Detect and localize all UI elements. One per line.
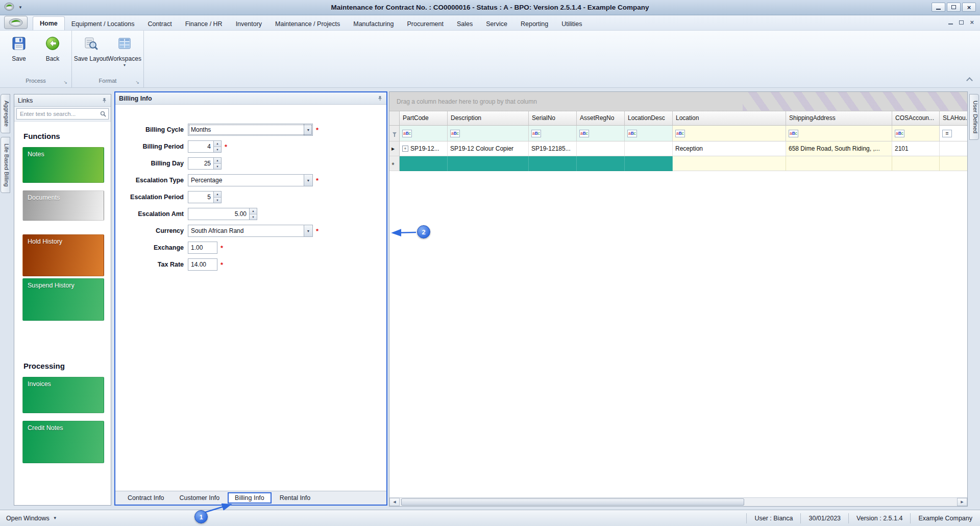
scrollbar-thumb[interactable] [401, 498, 744, 506]
notes-button[interactable]: Notes [22, 147, 104, 183]
currency-dropdown[interactable]: South African Rand▼ [188, 225, 313, 237]
ribbon-tab-manufacturing[interactable]: Manufacturing [347, 18, 400, 30]
ribbon-restore-button[interactable] [959, 20, 964, 25]
cell-location[interactable]: Reception [673, 141, 786, 156]
save-button[interactable]: Save [4, 33, 34, 78]
save-layout-button[interactable]: Save Layout [76, 33, 106, 78]
column-header-partcode[interactable]: PartCode [400, 111, 448, 126]
ribbon-tab-utilities[interactable]: Utilities [555, 18, 589, 30]
restore-button[interactable] [947, 3, 961, 12]
close-button[interactable]: × [962, 3, 976, 12]
column-header-locationdesc[interactable]: LocationDesc [625, 111, 673, 126]
billing-cycle-dropdown[interactable]: Months▼ [188, 124, 313, 136]
spin-buttons[interactable]: ▲▼ [249, 208, 257, 220]
scroll-left-icon[interactable]: ◀ [389, 498, 400, 506]
group-dialog-launcher-icon[interactable]: ↘ [63, 80, 67, 85]
ribbon-tab-service[interactable]: Service [479, 18, 514, 30]
new-cell-shippingaddress[interactable] [786, 156, 892, 171]
spin-buttons[interactable]: ▲▼ [213, 141, 221, 152]
cell-partcode[interactable]: +SP19-12... [400, 141, 448, 156]
cell-serialno[interactable]: SP19-12185... [529, 141, 577, 156]
tab-contract-info[interactable]: Contract Info [120, 492, 172, 504]
filter-cell-shippingaddress[interactable]: aBc [786, 126, 892, 141]
new-cell-assetregno[interactable] [577, 156, 625, 171]
spin-up-icon[interactable]: ▲ [214, 158, 221, 163]
column-header-cosaccoun[interactable]: COSAccoun... [892, 111, 940, 126]
quick-access-caret-icon[interactable]: ▼ [18, 5, 22, 10]
spin-down-icon[interactable]: ▼ [250, 214, 257, 220]
spin-buttons[interactable]: ▲▼ [213, 158, 221, 169]
ribbon-tab-sales[interactable]: Sales [450, 18, 479, 30]
horizontal-scrollbar[interactable]: ◀ ▶ [389, 497, 967, 506]
dock-tab-life-based-billing[interactable]: Life Based Billing [1, 137, 10, 193]
escalation-amt-spinner[interactable]: 5.00▲▼ [188, 208, 257, 220]
pin-icon[interactable] [102, 98, 107, 103]
new-cell-partcode[interactable] [400, 156, 448, 171]
app-logo-icon[interactable] [4, 2, 14, 13]
group-dialog-launcher-icon[interactable]: ↘ [135, 80, 139, 85]
spin-down-icon[interactable]: ▼ [214, 147, 221, 153]
ribbon-tab-home[interactable]: Home [33, 16, 65, 30]
tab-customer-info[interactable]: Customer Info [173, 492, 227, 504]
credit-notes-button[interactable]: Credit Notes [22, 421, 104, 463]
exchange-field[interactable]: 1.00 [188, 242, 217, 254]
new-cell-slahou[interactable] [940, 156, 968, 171]
application-menu-button[interactable] [4, 16, 28, 29]
ribbon-tab-equipment-locations[interactable]: Equipment / Locations [65, 18, 141, 30]
documents-button[interactable]: Documents [22, 190, 104, 221]
suspend-history-button[interactable]: Suspend History [22, 278, 104, 321]
filter-cell-slahou[interactable]: = [940, 126, 968, 141]
ribbon-tab-maintenance-projects[interactable]: Maintenance / Projects [268, 18, 347, 30]
spin-up-icon[interactable]: ▲ [214, 141, 221, 147]
filter-cell-assetregno[interactable]: aBc [577, 126, 625, 141]
dropdown-arrow-icon[interactable]: ▼ [304, 225, 312, 236]
billing-period-spinner[interactable]: 4▲▼ [188, 140, 222, 153]
ribbon-tab-reporting[interactable]: Reporting [514, 18, 555, 30]
column-header-assetregno[interactable]: AssetRegNo [577, 111, 625, 126]
ribbon-tab-inventory[interactable]: Inventory [229, 18, 268, 30]
filter-cell-description[interactable]: aBc [448, 126, 529, 141]
search-input[interactable] [16, 108, 109, 119]
escalation-period-spinner[interactable]: 5▲▼ [188, 191, 222, 203]
ribbon-close-button[interactable]: × [970, 19, 974, 26]
grid-new-row[interactable]: * [389, 156, 967, 171]
cell-shippingaddress[interactable]: 658 Dime Road, South Riding, ,... [786, 141, 892, 156]
ribbon-tab-finance-hr[interactable]: Finance / HR [179, 18, 229, 30]
filter-cell-locationdesc[interactable]: aBc [625, 126, 673, 141]
pin-icon[interactable] [377, 95, 383, 101]
ribbon-tab-contract[interactable]: Contract [141, 18, 178, 30]
cell-slahou[interactable] [940, 141, 968, 156]
column-header-shippingaddress[interactable]: ShippingAddress [786, 111, 892, 126]
hold-history-button[interactable]: Hold History [22, 234, 104, 276]
tab-billing-info[interactable]: Billing Info [228, 492, 272, 504]
column-header-description[interactable]: Description [448, 111, 529, 126]
filter-cell-partcode[interactable]: aBc [400, 126, 448, 141]
column-header-serialno[interactable]: SerialNo [529, 111, 577, 126]
workspaces-button[interactable]: Workspaces▼ [110, 33, 139, 78]
invoices-button[interactable]: Invoices [22, 377, 104, 413]
open-windows-dropdown[interactable]: Open Windows ▼ [0, 515, 63, 522]
column-header-location[interactable]: Location [673, 111, 786, 126]
scroll-right-icon[interactable]: ▶ [957, 498, 967, 506]
column-header-slahou[interactable]: SLAHou... [940, 111, 968, 126]
tax-rate-field[interactable]: 14.00 [188, 258, 217, 271]
dock-tab-aggregate[interactable]: Aggregate [1, 94, 10, 133]
expand-row-icon[interactable]: + [402, 146, 408, 152]
grid-group-by-bar[interactable]: Drag a column header here to group by th… [389, 92, 967, 111]
filter-cell-location[interactable]: aBc [673, 126, 786, 141]
escalation-type-dropdown[interactable]: Percentage▼ [188, 174, 313, 186]
cell-cosaccoun[interactable]: 2101 [892, 141, 940, 156]
new-cell-location[interactable] [673, 156, 786, 171]
new-cell-serialno[interactable] [529, 156, 577, 171]
tab-rental-info[interactable]: Rental Info [273, 492, 317, 504]
spin-buttons[interactable]: ▲▼ [213, 192, 221, 203]
new-cell-cosaccoun[interactable] [892, 156, 940, 171]
spin-up-icon[interactable]: ▲ [250, 208, 257, 214]
cell-description[interactable]: SP19-12 Colour Copier [448, 141, 529, 156]
grid-data-row[interactable]: ▶+SP19-12...SP19-12 Colour CopierSP19-12… [389, 141, 967, 156]
cell-locationdesc[interactable] [625, 141, 673, 156]
spin-up-icon[interactable]: ▲ [214, 192, 221, 197]
minimize-button[interactable] [932, 3, 945, 12]
spin-down-icon[interactable]: ▼ [214, 197, 221, 203]
dropdown-arrow-icon[interactable]: ▼ [304, 124, 312, 135]
